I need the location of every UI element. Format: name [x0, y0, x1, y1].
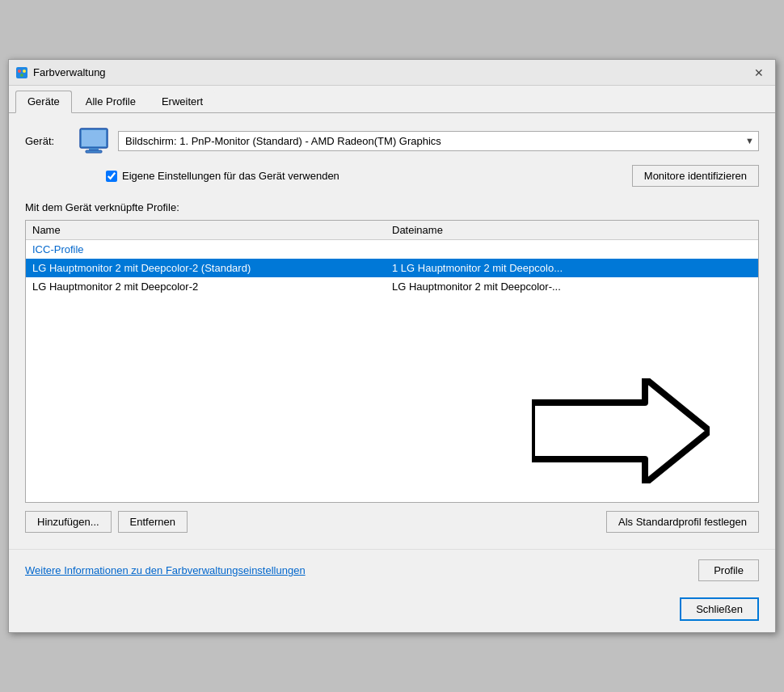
row-dateiname: LG Hauptmonitor 2 mit Deepcolor-... [392, 281, 752, 293]
table-row[interactable]: LG Hauptmonitor 2 mit Deepcolor-2 LG Hau… [26, 277, 758, 296]
svg-rect-7 [86, 150, 102, 153]
device-select-wrapper: Bildschirm: 1. PnP-Monitor (Standard) - … [118, 131, 759, 151]
close-button[interactable]: Schließen [680, 597, 759, 621]
own-settings-label: Eigene Einstellungen für das Gerät verwe… [122, 170, 339, 182]
window-title: Farbverwaltung [33, 66, 106, 78]
svg-rect-5 [82, 130, 106, 146]
footer-row: Weitere Informationen zu den Farbverwalt… [9, 549, 775, 591]
tab-erweitert[interactable]: Erweitert [150, 91, 215, 112]
device-row: Gerät: Bildschirm: 1. PnP-Monitor (Stand… [25, 126, 759, 155]
remove-button[interactable]: Entfernen [118, 511, 188, 533]
identify-monitors-button[interactable]: Monitore identifizieren [632, 165, 759, 187]
svg-point-1 [18, 70, 21, 73]
app-icon [15, 66, 28, 79]
close-window-button[interactable]: ✕ [749, 65, 769, 81]
checkbox-identify-row: Eigene Einstellungen für das Gerät verwe… [25, 165, 759, 187]
device-label: Gerät: [25, 135, 70, 147]
svg-point-2 [23, 70, 26, 73]
titlebar: Farbverwaltung ✕ [9, 60, 775, 86]
titlebar-left: Farbverwaltung [15, 66, 106, 79]
profiles-section-label: Mit dem Gerät verknüpfte Profile: [25, 201, 759, 213]
group-label-icc[interactable]: ICC-Profile [26, 240, 758, 259]
svg-marker-8 [532, 378, 710, 483]
arrow-annotation [532, 378, 710, 486]
table-row[interactable]: LG Hauptmonitor 2 mit Deepcolor-2 (Stand… [26, 259, 758, 277]
profiles-table: Name Dateiname ICC-Profile LG Hauptmonit… [25, 220, 759, 503]
bottom-buttons-row: Hinzufügen... Entfernen Als Standardprof… [25, 511, 759, 533]
monitor-icon [78, 126, 110, 155]
col-dateiname-header: Dateiname [392, 224, 752, 236]
add-button[interactable]: Hinzufügen... [25, 511, 112, 533]
tab-geraete[interactable]: Geräte [15, 91, 72, 113]
farbverwaltung-window: Farbverwaltung ✕ Geräte Alle Profile Erw… [8, 59, 776, 633]
row-name: LG Hauptmonitor 2 mit Deepcolor-2 [32, 281, 392, 293]
tabs-bar: Geräte Alle Profile Erweitert [9, 86, 775, 113]
col-name-header: Name [32, 224, 392, 236]
info-link[interactable]: Weitere Informationen zu den Farbverwalt… [25, 564, 306, 576]
own-settings-checkbox[interactable] [106, 171, 117, 182]
set-default-button[interactable]: Als Standardprofil festlegen [606, 511, 759, 533]
main-content: Gerät: Bildschirm: 1. PnP-Monitor (Stand… [9, 113, 775, 546]
close-row: Schließen [9, 591, 775, 632]
row-name: LG Hauptmonitor 2 mit Deepcolor-2 (Stand… [32, 262, 392, 274]
device-select[interactable]: Bildschirm: 1. PnP-Monitor (Standard) - … [118, 131, 759, 151]
profile-button[interactable]: Profile [698, 559, 759, 581]
svg-point-3 [20, 74, 23, 77]
table-body: ICC-Profile LG Hauptmonitor 2 mit Deepco… [26, 240, 758, 296]
row-dateiname: 1 LG Hauptmonitor 2 mit Deepcolo... [392, 262, 752, 274]
tab-alle-profile[interactable]: Alle Profile [74, 91, 148, 112]
table-header: Name Dateiname [26, 221, 758, 240]
